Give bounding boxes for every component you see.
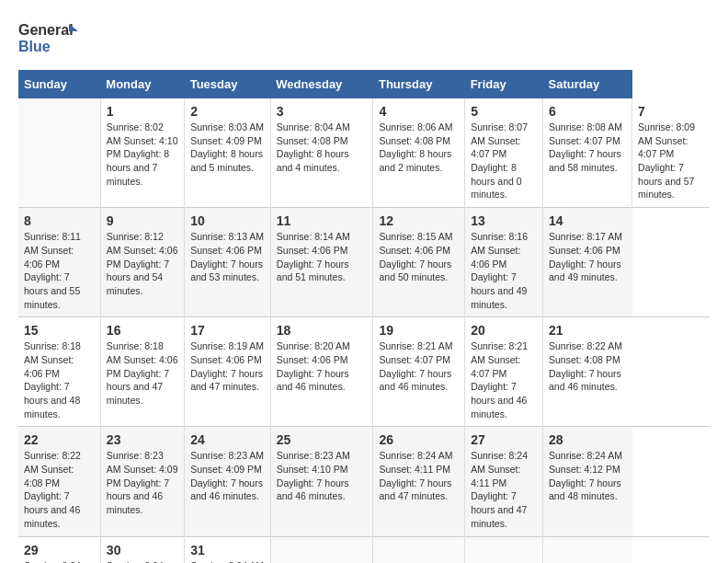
calendar-day-cell: 26Sunrise: 8:24 AM Sunset: 4:11 PM Dayli… [373,427,465,536]
day-info: Sunrise: 8:18 AM Sunset: 4:06 PM Dayligh… [107,339,178,407]
column-header-wednesday: Wednesday [270,70,373,98]
calendar-day-cell: 28Sunrise: 8:24 AM Sunset: 4:12 PM Dayli… [543,427,632,536]
day-number: 12 [379,213,459,228]
calendar-day-cell: 11Sunrise: 8:14 AM Sunset: 4:06 PM Dayli… [270,208,373,317]
calendar-day-cell: 23Sunrise: 8:23 AM Sunset: 4:09 PM Dayli… [100,427,184,536]
day-info: Sunrise: 8:24 AM Sunset: 4:14 PM Dayligh… [107,559,178,564]
day-info: Sunrise: 8:21 AM Sunset: 4:07 PM Dayligh… [471,339,537,420]
calendar-day-cell: 17Sunrise: 8:19 AM Sunset: 4:06 PM Dayli… [185,317,271,427]
day-number: 7 [638,104,704,119]
day-number: 17 [190,323,265,338]
calendar-day-cell: 6Sunrise: 8:08 AM Sunset: 4:07 PM Daylig… [543,98,632,208]
day-number: 4 [379,104,459,119]
day-number: 19 [379,323,459,338]
svg-text:General: General [18,22,74,38]
calendar-day-cell: 21Sunrise: 8:22 AM Sunset: 4:08 PM Dayli… [543,317,632,427]
empty-cell [543,536,632,563]
day-number: 30 [107,543,178,557]
day-info: Sunrise: 8:24 AM Sunset: 4:11 PM Dayligh… [471,449,537,530]
logo: GeneralBlue [18,18,83,55]
calendar-day-cell: 22Sunrise: 8:22 AM Sunset: 4:08 PM Dayli… [18,427,100,536]
day-number: 15 [24,323,95,338]
day-info: Sunrise: 8:16 AM Sunset: 4:06 PM Dayligh… [471,230,537,311]
calendar-day-cell: 25Sunrise: 8:23 AM Sunset: 4:10 PM Dayli… [270,427,373,536]
empty-cell [465,536,543,563]
day-info: Sunrise: 8:17 AM Sunset: 4:06 PM Dayligh… [549,230,627,284]
day-info: Sunrise: 8:22 AM Sunset: 4:08 PM Dayligh… [549,339,627,394]
day-number: 11 [277,213,368,228]
calendar-day-cell: 15Sunrise: 8:18 AM Sunset: 4:06 PM Dayli… [18,317,100,427]
day-info: Sunrise: 8:24 AM Sunset: 4:15 PM Dayligh… [190,559,265,564]
calendar-week-row: 8Sunrise: 8:11 AM Sunset: 4:06 PM Daylig… [18,208,710,317]
day-number: 2 [190,104,265,119]
day-info: Sunrise: 8:06 AM Sunset: 4:08 PM Dayligh… [379,121,459,175]
calendar-day-cell: 29Sunrise: 8:24 AM Sunset: 4:13 PM Dayli… [18,536,100,563]
day-number: 28 [549,432,627,447]
calendar-day-cell: 30Sunrise: 8:24 AM Sunset: 4:14 PM Dayli… [100,536,184,563]
day-info: Sunrise: 8:12 AM Sunset: 4:06 PM Dayligh… [107,230,178,297]
calendar-week-row: 29Sunrise: 8:24 AM Sunset: 4:13 PM Dayli… [18,536,710,563]
column-header-sunday: Sunday [18,70,100,98]
day-number: 20 [471,323,537,338]
calendar-day-cell: 7Sunrise: 8:09 AM Sunset: 4:07 PM Daylig… [632,98,710,208]
calendar-day-cell: 18Sunrise: 8:20 AM Sunset: 4:06 PM Dayli… [270,317,373,427]
day-number: 23 [107,432,178,447]
day-info: Sunrise: 8:20 AM Sunset: 4:06 PM Dayligh… [277,339,368,394]
column-header-tuesday: Tuesday [185,70,271,98]
calendar-day-cell: 27Sunrise: 8:24 AM Sunset: 4:11 PM Dayli… [465,427,543,536]
calendar-day-cell: 24Sunrise: 8:23 AM Sunset: 4:09 PM Dayli… [185,427,271,536]
day-number: 25 [277,432,368,447]
day-info: Sunrise: 8:23 AM Sunset: 4:09 PM Dayligh… [190,449,265,503]
day-info: Sunrise: 8:23 AM Sunset: 4:09 PM Dayligh… [107,449,178,516]
day-number: 26 [379,432,459,447]
day-info: Sunrise: 8:15 AM Sunset: 4:06 PM Dayligh… [379,230,459,284]
calendar-day-cell: 3Sunrise: 8:04 AM Sunset: 4:08 PM Daylig… [270,98,373,208]
calendar-day-cell: 1Sunrise: 8:02 AM Sunset: 4:10 PM Daylig… [100,98,184,208]
page-header: GeneralBlue [18,18,710,55]
calendar-day-cell: 9Sunrise: 8:12 AM Sunset: 4:06 PM Daylig… [100,208,184,317]
calendar-day-cell: 13Sunrise: 8:16 AM Sunset: 4:06 PM Dayli… [465,208,543,317]
svg-marker-2 [69,24,78,31]
day-info: Sunrise: 8:24 AM Sunset: 4:12 PM Dayligh… [549,449,627,503]
day-number: 31 [190,543,265,557]
empty-cell [373,536,465,563]
empty-cell [18,98,100,208]
day-info: Sunrise: 8:22 AM Sunset: 4:08 PM Dayligh… [24,449,95,530]
empty-cell [270,536,373,563]
day-info: Sunrise: 8:13 AM Sunset: 4:06 PM Dayligh… [190,230,265,284]
day-number: 27 [471,432,537,447]
logo-svg: GeneralBlue [18,18,83,55]
calendar-day-cell: 14Sunrise: 8:17 AM Sunset: 4:06 PM Dayli… [543,208,632,317]
calendar-day-cell: 31Sunrise: 8:24 AM Sunset: 4:15 PM Dayli… [185,536,271,563]
day-info: Sunrise: 8:08 AM Sunset: 4:07 PM Dayligh… [549,121,626,175]
header-row: SundayMondayTuesdayWednesdayThursdayFrid… [18,70,710,98]
svg-text:Blue: Blue [18,39,51,54]
day-number: 1 [107,104,178,119]
column-header-saturday: Saturday [543,70,632,98]
day-number: 13 [471,213,537,228]
calendar-day-cell: 12Sunrise: 8:15 AM Sunset: 4:06 PM Dayli… [373,208,465,317]
column-header-friday: Friday [465,70,543,98]
calendar-day-cell: 20Sunrise: 8:21 AM Sunset: 4:07 PM Dayli… [465,317,543,427]
calendar-day-cell: 10Sunrise: 8:13 AM Sunset: 4:06 PM Dayli… [185,208,271,317]
calendar-week-row: 15Sunrise: 8:18 AM Sunset: 4:06 PM Dayli… [18,317,710,427]
day-info: Sunrise: 8:19 AM Sunset: 4:06 PM Dayligh… [190,339,265,394]
calendar-table: SundayMondayTuesdayWednesdayThursdayFrid… [18,70,710,563]
day-info: Sunrise: 8:24 AM Sunset: 4:13 PM Dayligh… [24,559,95,564]
day-info: Sunrise: 8:04 AM Sunset: 4:08 PM Dayligh… [277,121,368,175]
day-info: Sunrise: 8:02 AM Sunset: 4:10 PM Dayligh… [107,121,178,188]
day-info: Sunrise: 8:07 AM Sunset: 4:07 PM Dayligh… [471,121,537,201]
calendar-day-cell: 5Sunrise: 8:07 AM Sunset: 4:07 PM Daylig… [465,98,543,208]
day-number: 21 [549,323,627,338]
day-info: Sunrise: 8:24 AM Sunset: 4:11 PM Dayligh… [379,449,459,503]
day-number: 24 [190,432,265,447]
day-info: Sunrise: 8:18 AM Sunset: 4:06 PM Dayligh… [24,339,95,420]
day-number: 18 [277,323,368,338]
day-number: 29 [24,543,95,557]
day-info: Sunrise: 8:03 AM Sunset: 4:09 PM Dayligh… [190,121,265,175]
day-number: 10 [190,213,265,228]
day-number: 14 [549,213,627,228]
day-info: Sunrise: 8:14 AM Sunset: 4:06 PM Dayligh… [277,230,368,284]
calendar-day-cell: 19Sunrise: 8:21 AM Sunset: 4:07 PM Dayli… [373,317,465,427]
day-number: 6 [549,104,626,119]
